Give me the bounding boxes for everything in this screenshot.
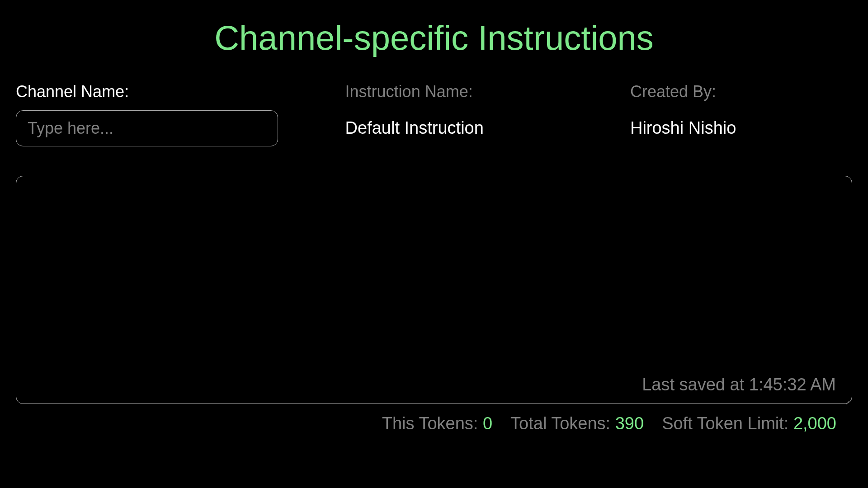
total-tokens-stat: Total Tokens: 390 xyxy=(510,414,644,433)
instruction-name-value: Default Instruction xyxy=(345,110,585,138)
channel-name-input[interactable] xyxy=(16,110,278,146)
instruction-name-label: Instruction Name: xyxy=(345,82,585,101)
last-saved-status: Last saved at 1:45:32 AM xyxy=(642,375,836,394)
total-tokens-value: 390 xyxy=(615,414,644,433)
this-tokens-stat: This Tokens: 0 xyxy=(382,414,492,433)
token-stats-row: This Tokens: 0 Total Tokens: 390 Soft To… xyxy=(16,414,852,433)
instruction-name-field-group: Instruction Name: Default Instruction xyxy=(345,82,585,146)
page-title: Channel-specific Instructions xyxy=(16,18,852,57)
resize-handle-icon xyxy=(844,396,850,402)
content-textarea-wrapper: Last saved at 1:45:32 AM xyxy=(16,176,852,404)
content-textarea[interactable] xyxy=(25,185,843,394)
this-tokens-value: 0 xyxy=(483,414,492,433)
fields-row: Channel Name: Instruction Name: Default … xyxy=(16,82,852,146)
created-by-field-group: Created By: Hiroshi Nishio xyxy=(630,82,852,146)
created-by-value: Hiroshi Nishio xyxy=(630,110,852,138)
this-tokens-label: This Tokens: xyxy=(382,414,483,433)
soft-limit-label: Soft Token Limit: xyxy=(662,414,793,433)
channel-name-label: Channel Name: xyxy=(16,82,300,101)
created-by-label: Created By: xyxy=(630,82,852,101)
total-tokens-label: Total Tokens: xyxy=(510,414,615,433)
soft-limit-stat: Soft Token Limit: 2,000 xyxy=(662,414,836,433)
soft-limit-value: 2,000 xyxy=(793,414,836,433)
channel-name-field-group: Channel Name: xyxy=(16,82,300,146)
